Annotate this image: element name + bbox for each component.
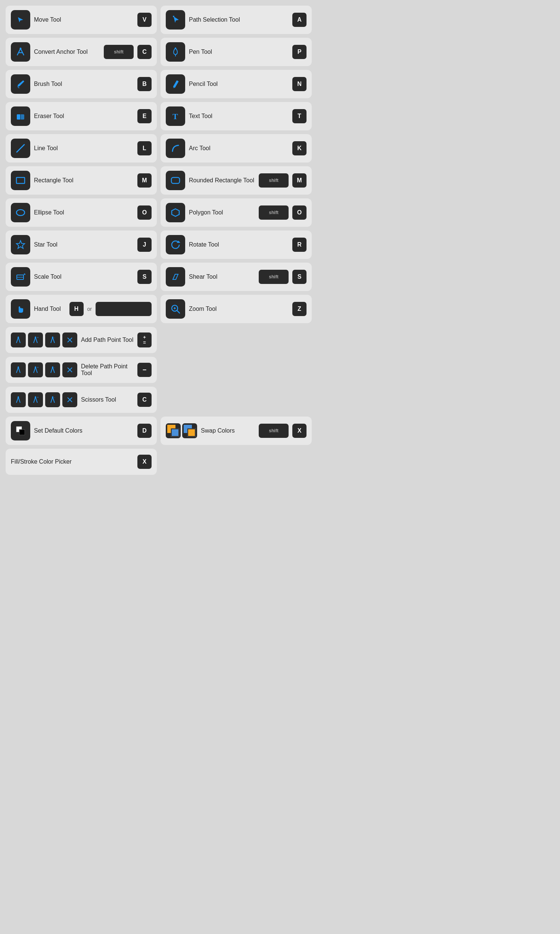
rounded-rect-label: Rounded Rectangle Tool bbox=[189, 177, 255, 184]
convert-anchor-shift: shift bbox=[104, 45, 134, 59]
swap-colors-label: Swap Colors bbox=[201, 427, 255, 434]
svg-point-26 bbox=[52, 337, 53, 338]
scissors-icon-3: - bbox=[45, 392, 60, 407]
svg-rect-4 bbox=[173, 80, 178, 88]
convert-anchor-icon bbox=[11, 42, 30, 62]
tool-card-rotate[interactable]: Rotate Tool R bbox=[160, 231, 312, 259]
tool-card-pen[interactable]: Pen Tool P bbox=[160, 38, 312, 66]
polygon-icon bbox=[166, 203, 185, 222]
svg-text:-: - bbox=[54, 336, 55, 339]
del-path-icon-4 bbox=[62, 362, 77, 377]
tool-card-fill-stroke[interactable]: Fill/Stroke Color Picker X bbox=[6, 449, 157, 475]
tool-card-rectangle[interactable]: Rectangle Tool M bbox=[6, 166, 157, 195]
eraser-icon bbox=[11, 106, 30, 126]
add-path-key: += bbox=[137, 333, 152, 347]
rotate-label: Rotate Tool bbox=[189, 241, 289, 248]
tool-card-polygon[interactable]: Polygon Tool shift O bbox=[160, 198, 312, 227]
tool-card-ellipse[interactable]: Ellipse Tool O bbox=[6, 198, 157, 227]
path-selection-key: A bbox=[292, 13, 306, 27]
text-icon: T bbox=[166, 106, 185, 126]
shear-icon bbox=[166, 267, 185, 287]
scissors-icon-1 bbox=[11, 392, 26, 407]
arc-icon bbox=[166, 139, 185, 158]
delete-path-key: − bbox=[137, 363, 152, 377]
tool-card-brush[interactable]: Brush Tool B bbox=[6, 70, 157, 98]
svg-line-10 bbox=[17, 145, 24, 152]
svg-point-29 bbox=[35, 367, 36, 368]
pencil-icon bbox=[166, 74, 185, 94]
path-icon-2: + bbox=[28, 333, 43, 347]
tool-card-shear[interactable]: Shear Tool shift S bbox=[160, 263, 312, 291]
svg-text:-: - bbox=[54, 396, 55, 399]
tool-card-text[interactable]: T Text Tool T bbox=[160, 102, 312, 130]
scissors-label: Scissors Tool bbox=[81, 396, 134, 403]
ellipse-label: Ellipse Tool bbox=[34, 209, 134, 216]
delete-path-icons-group: + - bbox=[11, 362, 77, 377]
default-colors-icon bbox=[11, 421, 30, 441]
move-icon bbox=[11, 10, 30, 29]
tool-card-star[interactable]: Star Tool J bbox=[6, 231, 157, 259]
arc-label: Arc Tool bbox=[189, 145, 289, 152]
tools-grid: Move Tool V Path Selection Tool A Conver… bbox=[6, 6, 312, 475]
svg-rect-40 bbox=[20, 430, 25, 435]
rectangle-key: M bbox=[137, 173, 152, 188]
swap-icon-2 bbox=[182, 423, 197, 438]
hand-or: or bbox=[88, 306, 92, 312]
path-icon-1 bbox=[11, 333, 26, 347]
brush-label: Brush Tool bbox=[34, 81, 134, 88]
svg-rect-7 bbox=[17, 114, 20, 120]
svg-point-24 bbox=[35, 337, 36, 338]
svg-point-36 bbox=[52, 396, 53, 398]
tool-card-rounded-rect[interactable]: Rounded Rectangle Tool shift M bbox=[160, 166, 312, 195]
shear-shift: shift bbox=[259, 270, 289, 284]
svg-marker-15 bbox=[17, 240, 25, 248]
swap-shift: shift bbox=[259, 424, 289, 438]
tool-card-scissors[interactable]: + - Scissors Tool C bbox=[6, 387, 157, 413]
text-label: Text Tool bbox=[189, 113, 289, 120]
text-key: T bbox=[292, 109, 306, 123]
tool-card-path-selection[interactable]: Path Selection Tool A bbox=[160, 6, 312, 34]
scale-icon bbox=[11, 267, 30, 287]
tool-card-swap-colors[interactable]: Swap Colors shift X bbox=[160, 416, 312, 445]
tool-card-move[interactable]: Move Tool V bbox=[6, 6, 157, 34]
default-colors-key: D bbox=[137, 424, 152, 438]
shear-key: S bbox=[292, 270, 306, 284]
del-path-icon-2: + bbox=[28, 362, 43, 377]
svg-point-31 bbox=[52, 367, 53, 368]
svg-point-13 bbox=[17, 210, 25, 216]
tool-card-eraser[interactable]: Eraser Tool E bbox=[6, 102, 157, 130]
tool-card-hand[interactable]: Hand Tool H or bbox=[6, 295, 157, 323]
tool-card-line[interactable]: Line Tool L bbox=[6, 134, 157, 162]
pen-icon bbox=[166, 42, 185, 62]
svg-point-3 bbox=[175, 48, 176, 49]
rotate-icon bbox=[166, 235, 185, 254]
zoom-label: Zoom Tool bbox=[189, 305, 289, 312]
svg-point-1 bbox=[20, 48, 22, 50]
add-path-label: Add Path Point Tool bbox=[81, 337, 134, 343]
line-label: Line Tool bbox=[34, 145, 134, 152]
scissors-icons-group: + - bbox=[11, 392, 77, 407]
tool-card-add-path[interactable]: + - Add Path Point Tool += bbox=[6, 327, 157, 353]
star-key: J bbox=[137, 237, 152, 252]
tool-card-pencil[interactable]: Pencil Tool N bbox=[160, 70, 312, 98]
tool-card-arc[interactable]: Arc Tool K bbox=[160, 134, 312, 162]
scissors-key: C bbox=[137, 393, 152, 407]
tool-card-convert-anchor[interactable]: Convert Anchor Tool shift C bbox=[6, 38, 157, 66]
tool-card-scale[interactable]: Scale Tool S bbox=[6, 263, 157, 291]
tool-card-delete-path[interactable]: + - Delete Path Point Tool − bbox=[6, 357, 157, 383]
tool-card-default-colors[interactable]: Set Default Colors D bbox=[6, 416, 157, 445]
zoom-key: Z bbox=[292, 302, 306, 316]
eraser-label: Eraser Tool bbox=[34, 113, 134, 120]
move-tool-label: Move Tool bbox=[34, 17, 134, 23]
pencil-label: Pencil Tool bbox=[189, 81, 289, 88]
default-colors-label: Set Default Colors bbox=[34, 427, 134, 434]
star-label: Star Tool bbox=[34, 241, 134, 248]
path-icon-3: - bbox=[45, 333, 60, 347]
shear-label: Shear Tool bbox=[189, 273, 255, 280]
rounded-rect-icon bbox=[166, 171, 185, 190]
svg-rect-43 bbox=[172, 429, 178, 436]
swap-icon-1 bbox=[166, 423, 181, 438]
line-icon bbox=[11, 139, 30, 158]
svg-point-33 bbox=[17, 396, 19, 398]
tool-card-zoom[interactable]: Zoom Tool Z bbox=[160, 295, 312, 323]
